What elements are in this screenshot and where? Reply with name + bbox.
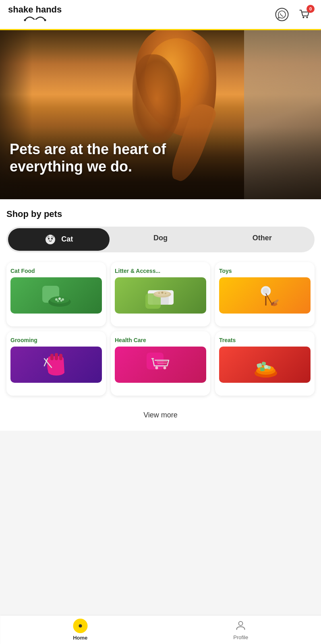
toys-image (219, 277, 311, 314)
grooming-image (10, 347, 102, 383)
category-card-health-care[interactable]: Health Care (111, 331, 210, 396)
category-card-grooming[interactable]: Grooming (6, 331, 106, 396)
grooming-label: Grooming (10, 337, 37, 343)
pet-toggle: Cat Dog Other (6, 227, 315, 252)
svg-point-41 (155, 367, 158, 369)
svg-line-29 (266, 293, 272, 305)
litter-label: Litter & Access... (115, 268, 160, 274)
svg-point-23 (158, 292, 160, 294)
treats-image (219, 347, 311, 383)
svg-point-2 (276, 8, 288, 21)
logo: shake hands (8, 5, 62, 24)
toys-label: Toys (219, 268, 232, 274)
cat-food-image (10, 277, 102, 314)
shop-section-title: Shop by pets (6, 209, 315, 219)
svg-rect-52 (264, 365, 268, 369)
hero-headline: Pets are at the heart of everything we d… (10, 140, 203, 175)
svg-rect-35 (55, 353, 58, 360)
svg-point-24 (161, 292, 163, 294)
cat-food-label: Cat Food (10, 268, 35, 274)
svg-point-17 (60, 299, 62, 301)
pet-tab-other[interactable]: Other (211, 228, 313, 251)
dog-tab-label: Dog (153, 234, 168, 242)
health-care-image (115, 347, 206, 383)
health-care-label: Health Care (115, 337, 146, 343)
svg-rect-39 (147, 353, 164, 369)
category-card-toys[interactable]: Toys (215, 262, 315, 326)
whatsapp-icon[interactable] (274, 7, 290, 22)
svg-point-5 (46, 235, 55, 244)
pet-tab-cat[interactable]: Cat (8, 228, 110, 251)
hero-text-overlay: Pets are at the heart of everything we d… (10, 140, 203, 175)
svg-point-14 (58, 297, 61, 300)
category-grid: Cat Food (6, 262, 315, 404)
svg-rect-49 (261, 361, 266, 366)
svg-point-1 (44, 19, 46, 21)
svg-rect-34 (50, 354, 54, 360)
view-more-container: View more (0, 404, 321, 431)
svg-point-4 (306, 17, 308, 18)
svg-rect-50 (260, 367, 265, 372)
svg-point-3 (302, 17, 304, 18)
logo-paws (23, 13, 47, 24)
svg-point-16 (57, 300, 59, 302)
svg-point-6 (48, 238, 50, 239)
cart-badge: 0 (307, 5, 315, 13)
app-header: shake hands (0, 0, 321, 30)
svg-point-42 (163, 367, 166, 369)
cat-face-icon (45, 235, 58, 243)
svg-rect-36 (59, 354, 62, 360)
svg-point-7 (51, 238, 53, 239)
pet-tab-dog[interactable]: Dog (110, 228, 211, 251)
other-tab-label: Other (253, 234, 272, 242)
cat-tab-label: Cat (61, 235, 73, 243)
treats-label: Treats (219, 337, 236, 343)
category-card-treats[interactable]: Treats (215, 331, 315, 396)
svg-point-28 (263, 288, 269, 294)
category-card-cat-food[interactable]: Cat Food (6, 262, 106, 326)
cart-icon-wrapper[interactable]: 0 (297, 6, 313, 23)
category-card-litter[interactable]: Litter & Access... (111, 262, 210, 326)
litter-image (115, 277, 206, 314)
svg-point-0 (24, 19, 26, 21)
svg-point-25 (165, 293, 166, 294)
shop-section: Shop by pets Cat Dog (0, 199, 321, 404)
hero-banner: Pets are at the heart of everything we d… (0, 30, 321, 199)
svg-point-13 (55, 298, 58, 301)
header-icons: 0 (274, 6, 313, 23)
view-more-button[interactable]: View more (143, 411, 178, 419)
